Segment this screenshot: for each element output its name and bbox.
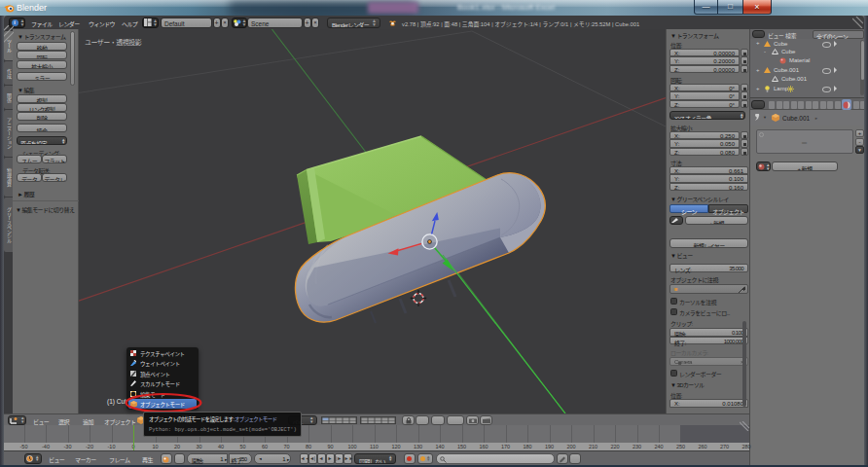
- svg-text:ユーザー・透視投影: ユーザー・透視投影: [85, 38, 142, 47]
